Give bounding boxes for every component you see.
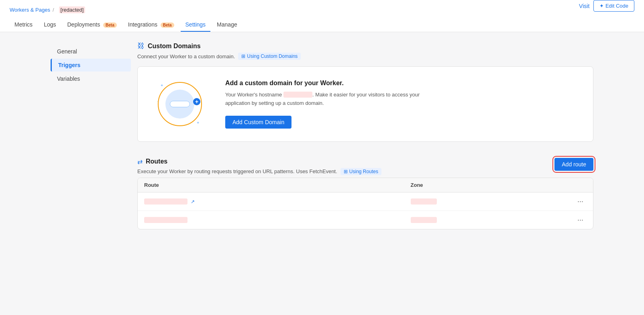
routes-table-body: ↗ ··· [138, 192, 593, 229]
domain-card-heading: Add a custom domain for your Worker. [225, 80, 434, 87]
custom-domains-title: Custom Domains [148, 43, 201, 50]
tab-settings[interactable]: Settings [181, 18, 211, 32]
visit-button[interactable]: Visit [579, 3, 589, 9]
deployments-badge: Beta [103, 22, 117, 28]
sidebar-item-variables[interactable]: Variables [51, 72, 131, 85]
doc-icon: ⊞ [241, 53, 245, 59]
breadcrumb-current: [redacted] [59, 6, 86, 13]
illus-dot-3: · [157, 99, 158, 104]
top-nav: Workers & Pages / [redacted] Visit ✦ Edi… [0, 0, 644, 32]
routes-title: Routes [146, 158, 167, 165]
main-layout: General Triggers Variables ⛓ Custom Doma… [41, 32, 603, 255]
routes-doc-link[interactable]: ⊞ Using Routes [340, 168, 381, 175]
route-col-header: Route [138, 178, 404, 192]
breadcrumb-parent[interactable]: Workers & Pages [10, 7, 50, 13]
illus-dot-1: ✦ [160, 83, 163, 88]
nav-actions: Visit ✦ Edit Code [579, 0, 634, 15]
zone-cell-1 [404, 192, 568, 211]
domain-text-area: Add a custom domain for your Worker. You… [225, 80, 434, 129]
actions-cell-1: ··· [568, 192, 593, 211]
actions-col-header [568, 178, 593, 192]
routes-desc: Execute your Worker by routing requests … [137, 168, 381, 175]
table-row: ↗ ··· [138, 192, 593, 211]
routes-icon: ⇄ [137, 158, 143, 166]
nav-tabs: Metrics Logs Deployments Beta Integratio… [10, 15, 634, 32]
table-row: ··· [138, 211, 593, 229]
domain-illustration: + ✦ ✦ · [154, 80, 206, 128]
actions-cell-2: ··· [568, 211, 593, 229]
sidebar: General Triggers Variables [51, 42, 131, 245]
custom-domain-card-inner: + ✦ ✦ · Add a custom domain for your Wor… [138, 67, 593, 141]
custom-domains-doc-link[interactable]: ⊞ Using Custom Domains [238, 53, 301, 60]
custom-domains-title-row: ⛓ Custom Domains [137, 42, 201, 50]
nav-top-row: Workers & Pages / [redacted] Visit ✦ Edi… [10, 0, 634, 15]
breadcrumb: Workers & Pages / [redacted] [10, 2, 88, 13]
sidebar-item-general[interactable]: General [51, 45, 131, 58]
routes-card: Route Zone ↗ [137, 178, 593, 229]
custom-domains-icon: ⛓ [137, 42, 145, 50]
tab-logs[interactable]: Logs [39, 18, 61, 32]
redacted-zone-1 [411, 198, 437, 205]
integrations-badge: Beta [161, 22, 174, 28]
routes-section: ⇄ Routes Execute your Worker by routing … [137, 158, 593, 229]
redacted-route-2 [144, 217, 187, 223]
add-custom-domain-button[interactable]: Add Custom Domain [225, 116, 291, 129]
redacted-zone-2 [411, 217, 437, 223]
custom-domains-header: ⛓ Custom Domains [137, 42, 593, 50]
route-cell-2 [138, 211, 404, 229]
row-more-button-1[interactable]: ··· [574, 196, 587, 207]
illus-dot-2: ✦ [196, 121, 200, 125]
routes-table: Route Zone ↗ [138, 178, 593, 229]
redacted-route-1 [144, 198, 187, 205]
routes-doc-icon: ⊞ [344, 169, 348, 174]
custom-domains-section: ⛓ Custom Domains Connect your Worker to … [137, 42, 593, 142]
sidebar-item-triggers[interactable]: Triggers [51, 59, 131, 72]
add-route-button[interactable]: Add route [554, 158, 593, 171]
route-external-link-icon-1[interactable]: ↗ [191, 199, 195, 205]
routes-title-row: ⇄ Routes [137, 158, 381, 166]
row-more-button-2[interactable]: ··· [574, 215, 587, 225]
tab-integrations[interactable]: Integrations Beta [123, 18, 179, 32]
main-content: ⛓ Custom Domains Connect your Worker to … [131, 42, 593, 245]
route-cell-1: ↗ [138, 192, 404, 211]
custom-domains-card: + ✦ ✦ · Add a custom domain for your Wor… [137, 66, 593, 142]
zone-col-header: Zone [404, 178, 568, 192]
illus-plus-icon: + [193, 98, 200, 105]
routes-header-left: ⇄ Routes Execute your Worker by routing … [137, 158, 381, 175]
domain-card-body: Your Worker's hostname . Make it easier … [225, 91, 434, 108]
tab-metrics[interactable]: Metrics [10, 18, 37, 32]
tab-deployments[interactable]: Deployments Beta [62, 18, 121, 32]
routes-table-header-row: Route Zone [138, 178, 593, 192]
breadcrumb-separator: / [53, 7, 54, 13]
zone-cell-2 [404, 211, 568, 229]
tab-manage[interactable]: Manage [212, 18, 242, 32]
routes-table-head: Route Zone [138, 178, 593, 192]
illus-inner-circle [165, 90, 194, 119]
custom-domains-desc: Connect your Worker to a custom domain. … [137, 53, 593, 60]
illus-bar [170, 101, 190, 107]
redacted-hostname [283, 92, 312, 98]
edit-code-button[interactable]: ✦ Edit Code [593, 0, 634, 12]
